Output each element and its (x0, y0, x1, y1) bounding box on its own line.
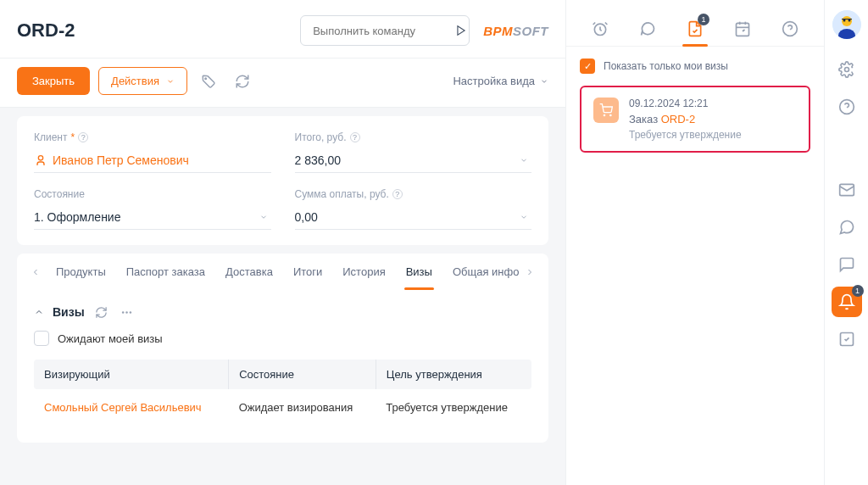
filter-row[interactable]: Ожидают моей визы (34, 331, 531, 346)
task-icon[interactable] (832, 324, 862, 354)
state-value: 1. Оформление (34, 210, 120, 224)
table-row[interactable]: Смольный Сергей ВасильевичОжидает визиро… (34, 389, 531, 426)
person-icon (34, 153, 47, 167)
side-tab-feed[interactable] (630, 12, 665, 46)
gear-icon[interactable] (832, 54, 862, 85)
side-filter-row[interactable]: ✓ Показать только мои визы (580, 59, 810, 74)
chat-icon[interactable] (832, 212, 862, 242)
notif-link[interactable]: ORD-2 (661, 113, 695, 125)
col-approver[interactable]: Визирующий (34, 360, 229, 389)
header-bar: ORD-2 BPMSOFT (0, 0, 565, 59)
tab-2[interactable]: Доставка (215, 254, 283, 290)
view-config-button[interactable]: Настройка вида (453, 75, 548, 87)
total-value: 2 836,00 (295, 153, 342, 167)
chevron-down-icon[interactable] (259, 213, 268, 221)
command-input[interactable] (313, 25, 455, 37)
tab-content-visas: Визы Ожидают моей визы Визирующий Состоя… (17, 290, 548, 443)
tab-1[interactable]: Паспорт заказа (116, 254, 215, 290)
field-client: Клиент* ? Иванов Петр Семенович (34, 131, 271, 173)
actions-button[interactable]: Действия (98, 67, 187, 95)
svg-point-2 (38, 156, 42, 160)
side-tab-calendar[interactable] (725, 12, 760, 46)
refresh-icon[interactable] (93, 304, 110, 321)
help-icon[interactable]: ? (350, 132, 360, 142)
checkbox-unchecked[interactable] (34, 331, 49, 346)
notif-title: Заказ ORD-2 (629, 113, 742, 125)
content-scroll[interactable]: Клиент* ? Иванов Петр Семенович Итого, р… (0, 108, 565, 485)
svg-point-16 (842, 16, 852, 26)
side-tab-reminders[interactable] (582, 12, 618, 46)
bell-icon[interactable]: 1 (832, 287, 862, 317)
notif-status: Требуется утверждение (629, 129, 742, 141)
svg-point-14 (610, 114, 611, 115)
message-icon[interactable] (832, 249, 862, 280)
notification-card[interactable]: 09.12.2024 12:21 Заказ ORD-2 Требуется у… (580, 86, 810, 153)
col-state[interactable]: Состояние (229, 360, 376, 389)
tabs-wrap: ПродуктыПаспорт заказаДоставкаИтогиИстор… (17, 254, 548, 290)
client-value-wrap[interactable]: Иванов Петр Семенович (34, 147, 271, 173)
cell-state: Ожидает визирования (229, 389, 376, 426)
tab-scroll-right-icon[interactable] (520, 267, 540, 277)
help-icon[interactable]: ? (78, 132, 88, 142)
total-label: Итого, руб. (295, 131, 347, 143)
refresh-icon[interactable] (230, 69, 255, 94)
help-icon[interactable]: ? (392, 189, 403, 199)
side-tabs: 1 (566, 0, 824, 47)
field-total: Итого, руб. ? 2 836,00 (295, 131, 532, 173)
visa-table: Визирующий Состояние Цель утверждения См… (34, 360, 531, 426)
svg-rect-20 (842, 19, 852, 20)
tab-0[interactable]: Продукты (46, 254, 116, 290)
tag-icon[interactable] (196, 69, 221, 94)
svg-point-13 (604, 114, 604, 115)
action-bar: Закрыть Действия Настройка вида (0, 59, 565, 108)
help-icon[interactable] (832, 92, 862, 122)
run-command-icon[interactable] (455, 21, 467, 40)
tab-4[interactable]: История (332, 254, 395, 290)
tab-3[interactable]: Итоги (283, 254, 332, 290)
page-title: ORD-2 (17, 20, 75, 42)
state-label: Состояние (34, 188, 85, 200)
cell-approver[interactable]: Смольный Сергей Васильевич (34, 389, 229, 426)
tab-6[interactable]: Общая информация (442, 254, 520, 290)
tab-5[interactable]: Визы (396, 254, 442, 290)
bell-badge: 1 (852, 285, 864, 297)
client-value[interactable]: Иванов Петр Семенович (53, 153, 189, 167)
right-rail: 1 (824, 0, 868, 485)
side-tab-help[interactable] (772, 12, 808, 46)
svg-point-21 (844, 68, 849, 72)
notif-time: 09.12.2024 12:21 (629, 98, 742, 109)
checkbox-checked[interactable]: ✓ (580, 59, 595, 74)
svg-point-3 (122, 311, 125, 314)
filter-label: Ожидают моей визы (58, 332, 163, 345)
side-panel: 1 ✓ Показать только мои визы 09.12.2024 … (565, 0, 824, 485)
side-filter-label: Показать только мои визы (604, 60, 728, 72)
command-input-wrap[interactable] (300, 15, 470, 46)
collapse-caret-icon[interactable] (34, 307, 44, 317)
side-tab-approvals[interactable]: 1 (677, 12, 713, 46)
svg-marker-0 (458, 26, 465, 36)
field-state: Состояние 1. Оформление (34, 188, 271, 230)
svg-point-5 (130, 311, 132, 314)
section-head: Визы (34, 304, 531, 321)
chevron-down-icon[interactable] (520, 156, 528, 164)
field-payment: Сумма оплаты, руб. ? 0,00 (295, 188, 532, 230)
payment-value-wrap[interactable]: 0,00 (295, 203, 532, 230)
tab-scroll-left-icon[interactable] (25, 267, 46, 277)
state-value-wrap[interactable]: 1. Оформление (34, 203, 271, 230)
more-icon[interactable] (119, 304, 136, 321)
svg-rect-7 (737, 23, 749, 36)
form-card: Клиент* ? Иванов Петр Семенович Итого, р… (17, 116, 548, 245)
cart-icon (593, 98, 619, 123)
total-value-wrap[interactable]: 2 836,00 (295, 147, 532, 173)
avatar[interactable] (832, 10, 861, 39)
col-purpose[interactable]: Цель утверждения (376, 360, 531, 389)
main-area: ORD-2 BPMSOFT Закрыть Действия Настро (0, 0, 565, 485)
command-area: BPMSOFT (300, 15, 548, 46)
mail-icon[interactable] (832, 175, 862, 205)
close-button[interactable]: Закрыть (17, 67, 90, 95)
payment-label: Сумма оплаты, руб. (295, 188, 389, 200)
cell-purpose: Требуется утверждение (376, 389, 531, 426)
logo: BPMSOFT (483, 24, 548, 38)
payment-value: 0,00 (295, 210, 318, 224)
chevron-down-icon[interactable] (520, 213, 528, 221)
